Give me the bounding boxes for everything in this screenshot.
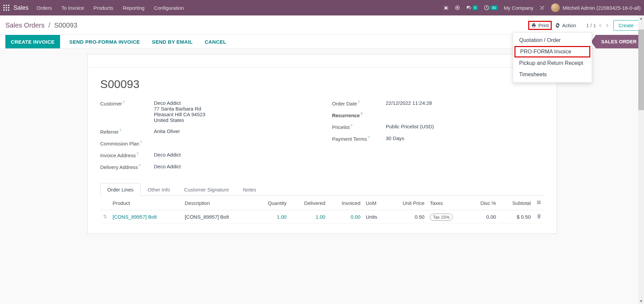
tab-customer-signature[interactable]: Customer Signature [177,183,236,196]
cancel-button[interactable]: CANCEL [199,39,232,45]
app-brand[interactable]: Sales [13,4,29,11]
create-button[interactable]: Create [613,20,639,31]
messages-icon[interactable]: 9 [466,5,478,10]
col-price[interactable]: Unit Price [388,196,427,210]
bug-icon[interactable] [443,5,449,10]
user-menu[interactable]: Mitchell Admin (22083425-16-0-all) [551,3,641,12]
top-navbar: Sales Orders To Invoice Products Reporti… [0,0,644,15]
col-invoiced[interactable]: Invoiced [328,196,363,210]
breadcrumb: Sales Orders / S00093 [5,21,77,29]
send-email-button[interactable]: SEND BY EMAIL [146,39,199,45]
pricelist-value[interactable]: Public Pricelist (USD) [386,124,544,129]
scrollbar-thumb[interactable] [638,30,644,110]
print-dropdown: Quotation / Order PRO-FORMA Invoice Pick… [513,32,592,83]
scrollbar[interactable]: ▲ ▼ [638,15,644,302]
invoice-addr-label: Invoice Address [100,153,136,158]
col-qty[interactable]: Quantity [254,196,289,210]
form-sheet: er S00093 Customer? Deco Addict 77 Santa… [87,54,557,234]
drag-handle-icon[interactable]: ⇅ [103,214,107,219]
col-taxes[interactable]: Taxes [427,196,468,210]
svg-point-9 [445,7,447,9]
menu-reporting[interactable]: Reporting [123,5,145,11]
tab-order-lines[interactable]: Order Lines [100,183,141,196]
svg-rect-2 [8,5,9,6]
breadcrumb-root[interactable]: Sales Orders [5,21,45,29]
user-name: Mitchell Admin (22083425-16-0-all) [562,5,641,11]
line-uom[interactable]: Units [363,210,388,223]
svg-point-11 [457,7,458,8]
customer-addr3: United States [154,117,312,123]
menu-products[interactable]: Products [93,5,113,11]
customer-addr2: Pleasant Hill CA 94523 [154,112,312,117]
dropdown-timesheets[interactable]: Timesheets [513,69,592,80]
company-name[interactable]: My Company [504,5,533,11]
stage-sales-order[interactable]: SALES ORDER [591,35,644,48]
menu-orders[interactable]: Orders [37,5,52,11]
menu-to-invoice[interactable]: To Invoice [61,5,84,11]
customer-value[interactable]: Deco Addict [154,100,312,106]
menu-configuration[interactable]: Configuration [154,5,184,11]
line-delivered[interactable]: 1.00 [315,214,325,220]
delivery-addr-value[interactable]: Deco Addict [154,164,312,169]
svg-rect-7 [6,9,7,11]
delete-line-icon[interactable] [537,214,541,220]
svg-rect-5 [8,7,9,8]
svg-rect-3 [3,7,5,8]
referrer-label: Referrer [100,129,119,135]
tab-notes[interactable]: Notes [236,183,263,196]
activities-icon[interactable]: 40 [484,5,498,10]
dropdown-proforma-invoice[interactable]: PRO-FORMA Invoice [514,46,590,57]
order-name: S00093 [100,78,544,91]
line-desc[interactable]: [CONS_89957] Bolt [182,210,254,223]
print-icon [531,23,536,28]
order-date-value: 22/12/2022 11:24:28 [386,100,544,106]
col-subtotal[interactable]: Subtotal [499,196,533,210]
line-disc[interactable]: 0.00 [468,210,499,223]
scroll-up-icon[interactable]: ▲ [638,15,644,21]
line-subtotal: $ 0.50 [499,210,533,223]
customer-addr1: 77 Santa Barbara Rd [154,106,312,112]
payment-terms-value[interactable]: 30 Days [386,135,544,141]
pager[interactable]: 1 / 1 [586,23,596,28]
referrer-value[interactable]: Anita Oliver [154,128,312,134]
columns-config-icon[interactable] [536,200,541,205]
print-button[interactable]: Print [528,21,552,30]
order-lines-table: Product Description Quantity Delivered I… [100,196,544,223]
tools-icon[interactable] [539,5,545,11]
line-tax[interactable]: Tax 15% [430,214,453,221]
svg-rect-0 [3,5,5,6]
dropdown-quotation-order[interactable]: Quotation / Order [513,35,592,46]
col-product[interactable]: Product [110,196,182,210]
col-uom[interactable]: UoM [363,196,388,210]
svg-rect-8 [8,9,9,11]
tab-other-info[interactable]: Other Info [141,183,177,196]
svg-rect-13 [533,26,535,27]
col-desc[interactable]: Description [182,196,254,210]
line-product[interactable]: [CONS_89957] Bolt [113,214,157,220]
support-icon[interactable] [455,5,460,10]
apps-icon[interactable] [3,5,9,11]
chevron-left-icon[interactable] [598,23,603,28]
line-price[interactable]: 0.50 [388,210,427,223]
dropdown-pickup-return[interactable]: Pickup and Return Receipt [513,57,592,69]
messages-badge: 9 [473,5,478,10]
breadcrumb-current: S00093 [54,21,77,29]
create-invoice-button[interactable]: CREATE INVOICE [5,35,60,48]
tabs: Order Lines Other Info Customer Signatur… [100,183,544,196]
line-invoiced[interactable]: 0.00 [351,214,360,220]
order-date-label: Order Date [332,101,357,106]
line-qty[interactable]: 1.00 [277,214,287,220]
action-button[interactable]: Action [552,20,580,30]
send-proforma-button[interactable]: SEND PRO-FORMA INVOICE [63,39,146,45]
col-disc[interactable]: Disc.% [468,196,499,210]
gear-icon [555,23,560,28]
scroll-down-icon[interactable]: ▼ [638,298,644,302]
svg-rect-4 [6,7,7,8]
chevron-right-icon[interactable] [605,23,609,28]
control-panel: Sales Orders / S00093 Print Action 1 / 1… [0,15,644,35]
recurrence-label: Recurrence [332,113,360,118]
col-delivered[interactable]: Delivered [289,196,328,210]
svg-rect-6 [3,9,5,11]
invoice-addr-value[interactable]: Deco Addict [154,152,312,158]
table-row[interactable]: ⇅ [CONS_89957] Bolt [CONS_89957] Bolt 1.… [100,210,544,223]
